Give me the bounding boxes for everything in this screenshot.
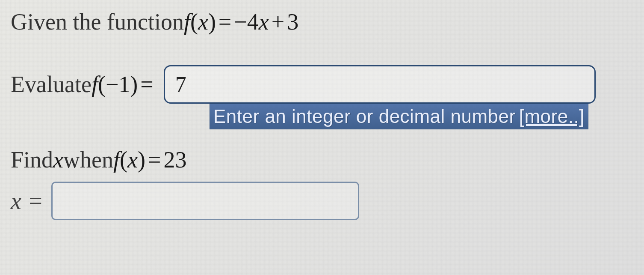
question-1-row: Evaluate f(−1)=: [11, 65, 633, 104]
problem-statement: Given the function f(x)=−4x+3: [11, 9, 633, 35]
question-2-answer-row: x =: [11, 182, 633, 220]
function-definition: f(x)=−4x+3: [184, 9, 298, 35]
hint-text: Enter an integer or decimal number: [213, 106, 516, 127]
find-condition: f(x)=23: [113, 146, 186, 173]
evaluate-label: Evaluate: [11, 71, 92, 98]
intro-text: Given the function: [11, 9, 184, 35]
answer-input-2[interactable]: [51, 182, 359, 220]
input-hint-bar: Enter an integer or decimal number [more…: [210, 104, 588, 129]
hint-more-link[interactable]: [more..]: [519, 106, 585, 127]
x-equals-label: x =: [11, 187, 44, 215]
answer-input-1[interactable]: [164, 65, 596, 104]
find-var: x: [53, 146, 63, 173]
when-text: when: [63, 146, 113, 173]
question-2-row: Find x when f(x)=23: [11, 146, 633, 173]
hint-row: Enter an integer or decimal number [more…: [11, 104, 633, 129]
find-label: Find: [11, 146, 53, 173]
evaluate-expression: f(−1)=: [92, 71, 156, 98]
